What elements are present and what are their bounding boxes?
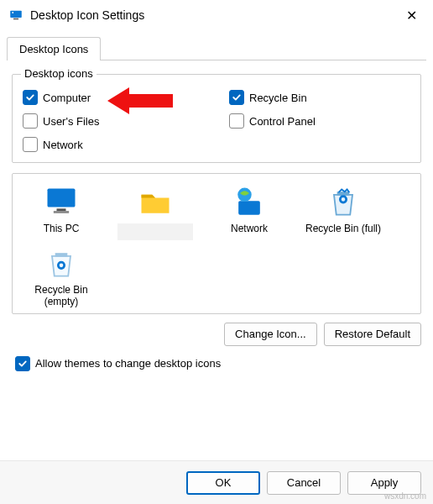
restore-default-button[interactable]: Restore Default bbox=[324, 323, 421, 346]
checkbox-network[interactable] bbox=[23, 137, 38, 152]
window-title: Desktop Icon Settings bbox=[30, 8, 398, 22]
checkbox-row: Network bbox=[23, 137, 204, 152]
svg-rect-9 bbox=[55, 253, 68, 257]
bin-full-icon bbox=[325, 184, 362, 221]
svg-rect-5 bbox=[54, 211, 69, 213]
network-icon bbox=[231, 184, 268, 221]
allow-themes-label: Allow themes to change desktop icons bbox=[35, 357, 221, 370]
svg-rect-1 bbox=[13, 18, 18, 20]
redacted-label bbox=[117, 223, 193, 240]
checkbox-user-s-files[interactable] bbox=[23, 113, 38, 129]
allow-themes-checkbox[interactable] bbox=[15, 356, 30, 371]
svg-point-2 bbox=[12, 12, 13, 13]
svg-rect-0 bbox=[10, 11, 22, 18]
preview-icon-recycle-bin-full-[interactable]: Recycle Bin (full) bbox=[301, 184, 385, 240]
checkbox-row: Control Panel bbox=[229, 113, 410, 129]
checkbox-label: Computer bbox=[43, 92, 91, 104]
svg-rect-4 bbox=[57, 208, 66, 211]
preview-icon-label: Network bbox=[207, 223, 291, 235]
preview-icon-network[interactable]: Network bbox=[207, 184, 291, 240]
preview-icon-this-pc[interactable]: This PC bbox=[19, 184, 103, 240]
svg-rect-6 bbox=[238, 201, 260, 215]
app-icon bbox=[8, 8, 23, 23]
monitor-icon bbox=[43, 184, 80, 221]
icon-action-row: Change Icon... Restore Default bbox=[12, 323, 421, 346]
apply-button[interactable]: Apply bbox=[347, 471, 421, 495]
titlebar: Desktop Icon Settings ✕ bbox=[0, 0, 433, 30]
preview-icon-folder[interactable] bbox=[113, 184, 197, 240]
cancel-button[interactable]: Cancel bbox=[267, 471, 341, 495]
bin-empty-icon bbox=[43, 245, 80, 282]
icon-preview-panel: This PCNetworkRecycle Bin (full)Recycle … bbox=[12, 173, 421, 314]
preview-icon-label: Recycle Bin (full) bbox=[301, 223, 385, 235]
tab-strip: Desktop Icons bbox=[7, 37, 426, 60]
checkbox-row: Computer bbox=[23, 90, 204, 105]
checkbox-control-panel[interactable] bbox=[229, 113, 244, 129]
svg-rect-3 bbox=[48, 189, 76, 207]
group-legend: Desktop icons bbox=[21, 67, 97, 80]
checkbox-label: Recycle Bin bbox=[249, 92, 307, 104]
change-icon-button[interactable]: Change Icon... bbox=[224, 323, 317, 346]
allow-themes-row: Allow themes to change desktop icons bbox=[15, 356, 421, 371]
tab-desktop-icons[interactable]: Desktop Icons bbox=[7, 37, 101, 60]
preview-icon-label: Recycle Bin (empty) bbox=[19, 285, 103, 308]
ok-button[interactable]: OK bbox=[186, 471, 260, 495]
preview-icon-label: This PC bbox=[19, 223, 103, 235]
checkbox-row: Recycle Bin bbox=[229, 90, 410, 105]
checkbox-row: User's Files bbox=[23, 113, 204, 129]
checkbox-label: Control Panel bbox=[249, 115, 316, 128]
checkbox-computer[interactable] bbox=[23, 90, 38, 105]
folder-icon bbox=[137, 184, 174, 221]
preview-icon-recycle-bin-empty-[interactable]: Recycle Bin (empty) bbox=[19, 245, 103, 308]
group-desktop-icons: Desktop icons ComputerRecycle BinUser's … bbox=[12, 74, 421, 163]
checkbox-label: User's Files bbox=[43, 115, 100, 128]
checkbox-label: Network bbox=[43, 139, 83, 151]
dialog-footer: OK Cancel Apply bbox=[0, 460, 433, 504]
dialog-content: Desktop icons ComputerRecycle BinUser's … bbox=[0, 60, 433, 386]
checkbox-recycle-bin[interactable] bbox=[229, 90, 244, 105]
close-button[interactable]: ✕ bbox=[398, 8, 425, 24]
